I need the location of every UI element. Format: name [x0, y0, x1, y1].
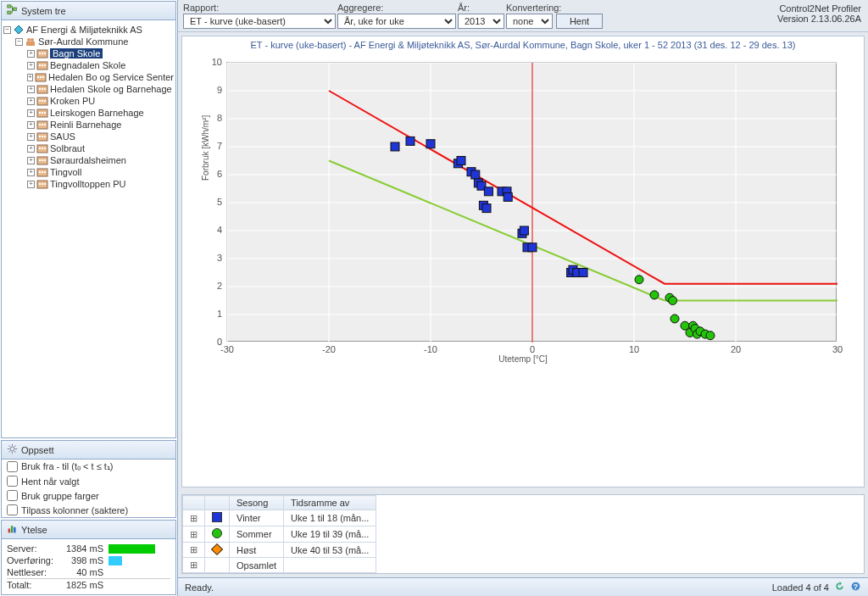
ar-select[interactable]: 2013	[458, 14, 504, 29]
hent-button[interactable]: Hent	[556, 14, 603, 29]
aggregere-select[interactable]: År, uke for uke	[337, 14, 456, 29]
collapse-icon[interactable]: −	[15, 38, 23, 46]
svg-rect-0	[8, 5, 11, 8]
svg-point-123	[670, 315, 679, 323]
seasons-table-panel: SesongTidsramme av⊞VinterUke 1 til 18 (m…	[181, 494, 865, 574]
oppsett-checkbox[interactable]	[7, 490, 18, 501]
svg-rect-36	[39, 136, 41, 137]
system-tree-header: System tre	[2, 2, 175, 20]
brand-version: Version 2.13.06.26A	[777, 14, 861, 24]
tree-item[interactable]: +Leirskogen Barnehage	[3, 107, 174, 119]
rapport-select[interactable]: ET - kurve (uke-basert)	[183, 14, 336, 29]
svg-rect-102	[471, 170, 480, 179]
bar-chart-icon	[7, 523, 18, 536]
tree-root[interactable]: −AF Energi & Miljøteknikk AS	[3, 24, 174, 36]
expand-icon[interactable]: +	[27, 133, 35, 141]
season-time: Uke 40 til 53 (må...	[284, 543, 376, 558]
brand-name: Control2Net Profiler	[777, 3, 861, 14]
season-row[interactable]: ⊞Opsamlet	[183, 558, 376, 573]
svg-rect-24	[39, 100, 41, 102]
tree-item-label: Søraurdalsheimen	[50, 155, 126, 165]
seasons-table[interactable]: SesongTidsramme av⊞VinterUke 1 til 18 (m…	[182, 495, 376, 573]
oppsett-option[interactable]: Tilpass kolonner (saktere)	[2, 503, 175, 517]
svg-rect-25	[42, 100, 43, 102]
svg-rect-114	[528, 243, 537, 252]
tree-item[interactable]: +Bagn Skole	[3, 47, 174, 59]
svg-marker-3	[14, 25, 23, 34]
tree-item[interactable]: +Tingvoll	[3, 166, 174, 178]
season-marker	[205, 558, 230, 573]
oppsett-checkbox[interactable]	[7, 476, 18, 487]
col-sesong[interactable]: Sesong	[230, 496, 284, 510]
svg-rect-41	[42, 148, 43, 149]
refresh-icon[interactable]	[834, 581, 845, 593]
ytelse-header: Ytelse	[2, 521, 175, 539]
oppsett-checkbox[interactable]	[7, 504, 18, 515]
season-row[interactable]: ⊞VinterUke 1 til 18 (mån...	[183, 510, 376, 526]
system-tree[interactable]: −AF Energi & Miljøteknikk AS−Sør-Aurdal …	[2, 20, 175, 437]
tree-kommune[interactable]: −Sør-Aurdal Kommune	[3, 36, 174, 47]
collapse-icon[interactable]: −	[3, 26, 11, 34]
svg-rect-49	[42, 171, 43, 173]
chart-plot: 012345678910-30-20-100102030	[226, 62, 837, 342]
tree-item[interactable]: +Solbraut	[3, 142, 174, 154]
oppsett-option[interactable]: Bruk gruppe farger	[2, 488, 175, 503]
tree-item[interactable]: +Tingvolltoppen PU	[3, 178, 174, 190]
tree-item[interactable]: +Hedalen Skole og Barnehage	[3, 83, 174, 95]
expand-icon[interactable]: +	[27, 62, 35, 70]
expand-icon[interactable]: +	[27, 86, 35, 93]
oppsett-label: Bruk gruppe farger	[21, 491, 99, 501]
oppsett-options: Bruk fra - til (t₀ < t ≤ t₁) Hent når va…	[2, 460, 175, 517]
svg-rect-38	[44, 136, 46, 137]
svg-text:?: ?	[854, 582, 858, 591]
tree-item[interactable]: +Reinli Barnehage	[3, 119, 174, 131]
expand-cell[interactable]: ⊞	[183, 510, 205, 526]
svg-text:30: 30	[832, 344, 843, 354]
expand-icon[interactable]: +	[27, 50, 35, 58]
col-tid[interactable]: Tidsramme av	[284, 496, 376, 510]
svg-rect-118	[579, 269, 587, 277]
expand-cell[interactable]: ⊞	[183, 543, 205, 558]
expand-icon[interactable]: +	[27, 157, 35, 164]
season-marker	[205, 510, 230, 526]
rapport-label: Rapport:	[183, 3, 336, 13]
expand-icon[interactable]: +	[27, 121, 35, 129]
svg-rect-30	[44, 112, 46, 114]
server-value: 1384 mS	[61, 543, 103, 554]
season-row[interactable]: ⊞SommerUke 19 til 39 (må...	[183, 526, 376, 543]
help-icon[interactable]: ?	[850, 581, 861, 593]
tree-item[interactable]: +Begnadalen Skole	[3, 59, 174, 71]
totalt-value: 1825 mS	[61, 580, 103, 590]
expand-icon[interactable]: +	[27, 109, 35, 117]
tree-item[interactable]: +SAUS	[3, 131, 174, 142]
expand-icon[interactable]: +	[27, 74, 33, 81]
svg-rect-98	[426, 140, 435, 148]
season-row[interactable]: ⊞HøstUke 40 til 53 (må...	[183, 543, 376, 558]
svg-text:7: 7	[217, 141, 222, 151]
svg-text:5: 5	[217, 197, 222, 207]
tree-item[interactable]: +Søraurdalsheimen	[3, 154, 174, 166]
tree-item[interactable]: +Kroken PU	[3, 95, 174, 107]
oppsett-option[interactable]: Bruk fra - til (t₀ < t ≤ t₁)	[2, 460, 175, 474]
svg-text:3: 3	[217, 253, 222, 263]
node-icon	[36, 120, 48, 130]
people-icon	[25, 36, 36, 47]
svg-rect-21	[42, 88, 43, 90]
svg-text:20: 20	[731, 344, 741, 354]
oppsett-checkbox[interactable]	[7, 461, 18, 472]
season-name: Vinter	[230, 510, 284, 526]
oppsett-option[interactable]: Hent når valgt	[2, 474, 175, 488]
expand-cell[interactable]: ⊞	[183, 526, 205, 543]
tree-item[interactable]: +Hedalen Bo og Service Senter	[3, 71, 174, 83]
svg-rect-9	[42, 53, 43, 54]
expand-icon[interactable]: +	[27, 97, 35, 105]
expand-icon[interactable]: +	[27, 145, 35, 153]
konvertering-select[interactable]: none	[506, 14, 553, 29]
tree-icon	[7, 4, 18, 17]
node-icon	[36, 131, 48, 142]
totalt-label: Totalt:	[7, 580, 56, 590]
expand-icon[interactable]: +	[27, 169, 35, 176]
oppsett-label: Tilpass kolonner (saktere)	[21, 505, 128, 515]
expand-cell[interactable]: ⊞	[183, 558, 205, 573]
expand-icon[interactable]: +	[27, 181, 35, 188]
